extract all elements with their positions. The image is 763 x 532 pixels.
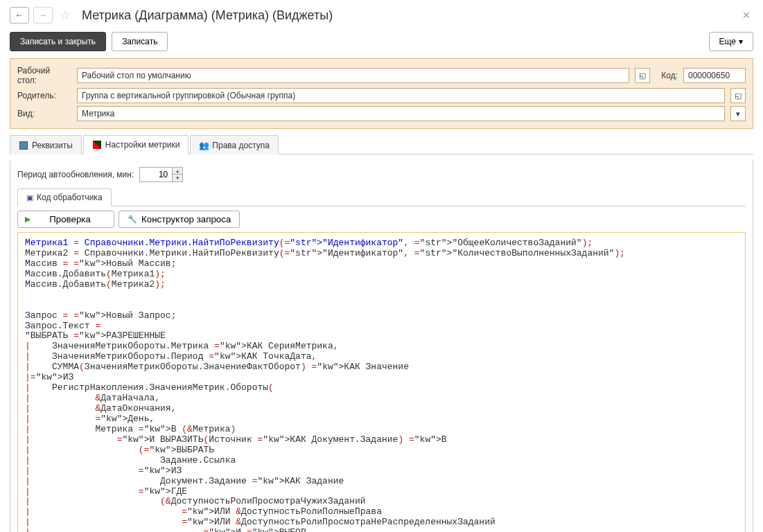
type-field[interactable]: Метрика bbox=[77, 106, 725, 121]
subtab-handler-code[interactable]: ▣ Код обработчика bbox=[17, 188, 112, 206]
chevron-down-icon: ▾ bbox=[736, 109, 740, 118]
save-button[interactable]: Записать bbox=[112, 32, 168, 51]
tab-content: Период автообновления, мин: ▲ ▼ ▣ Код об… bbox=[10, 160, 753, 532]
open-external-icon: ◱ bbox=[735, 91, 742, 100]
arrow-right-icon: → bbox=[39, 10, 47, 20]
code-field[interactable]: 000000650 bbox=[683, 68, 746, 83]
type-label: Вид: bbox=[17, 109, 71, 118]
code-editor[interactable]: Метрика1 = Справочники.Метрики.НайтиПоРе… bbox=[19, 234, 744, 532]
close-icon[interactable]: ✕ bbox=[739, 10, 753, 21]
list-icon bbox=[19, 141, 28, 150]
code-icon: ▣ bbox=[26, 193, 33, 202]
spinner-up-button[interactable]: ▲ bbox=[173, 168, 182, 175]
page-title: Метрика (Диаграмма) (Метрика) (Виджеты) bbox=[82, 8, 333, 23]
check-button[interactable]: ▶ Проверка bbox=[17, 211, 114, 228]
nav-back-button[interactable]: ← bbox=[10, 7, 29, 24]
period-spinner[interactable]: ▲ ▼ bbox=[139, 167, 183, 182]
arrow-left-icon: ← bbox=[15, 10, 24, 20]
type-value: Метрика bbox=[82, 109, 114, 118]
desktop-value: Рабочий стол по умолчанию bbox=[82, 71, 191, 80]
tab-metric-settings[interactable]: Настройки метрики bbox=[83, 135, 189, 154]
parent-field[interactable]: Группа с вертикальной группировкой (Обыч… bbox=[77, 88, 725, 103]
constructor-label: Конструктор запроса bbox=[141, 214, 231, 224]
favorite-star-icon[interactable]: ☆ bbox=[57, 8, 73, 23]
desktop-field[interactable]: Рабочий стол по умолчанию bbox=[77, 68, 629, 83]
desktop-open-button[interactable]: ◱ bbox=[635, 68, 650, 83]
form-panel: Рабочий стол: Рабочий стол по умолчанию … bbox=[10, 58, 753, 129]
check-label: Проверка bbox=[49, 214, 91, 224]
tab-label: Права доступа bbox=[212, 141, 270, 150]
open-external-icon: ◱ bbox=[639, 71, 646, 80]
parent-open-button[interactable]: ◱ bbox=[730, 88, 746, 103]
more-button[interactable]: Еще ▾ bbox=[709, 32, 753, 51]
sub-tabs: ▣ Код обработчика bbox=[17, 188, 746, 206]
desktop-label: Рабочий стол: bbox=[17, 66, 71, 85]
tab-label: Реквизиты bbox=[32, 141, 73, 150]
parent-label: Родитель: bbox=[17, 91, 71, 100]
query-constructor-button[interactable]: 🔧 Конструктор запроса bbox=[119, 211, 240, 228]
chevron-down-icon: ▾ bbox=[739, 37, 743, 46]
nav-forward-button[interactable]: → bbox=[33, 7, 53, 24]
tab-label: Настройки метрики bbox=[105, 140, 180, 150]
code-value: 000000650 bbox=[688, 71, 730, 80]
constructor-icon: 🔧 bbox=[128, 215, 137, 224]
play-icon: ▶ bbox=[25, 215, 30, 224]
save-close-button[interactable]: Записать и закрыть bbox=[10, 32, 106, 51]
type-dropdown-button[interactable]: ▾ bbox=[730, 106, 746, 121]
parent-value: Группа с вертикальной группировкой (Обыч… bbox=[82, 91, 295, 100]
more-label: Еще bbox=[719, 37, 736, 46]
period-input[interactable] bbox=[140, 168, 172, 181]
subtab-label: Код обработчика bbox=[37, 193, 103, 202]
period-label: Период автообновления, мин: bbox=[17, 170, 134, 179]
spinner-down-button[interactable]: ▼ bbox=[173, 175, 182, 181]
people-icon: 👥 bbox=[199, 141, 209, 150]
chart-icon bbox=[92, 140, 102, 150]
tab-access-rights[interactable]: 👥 Права доступа bbox=[190, 135, 279, 154]
main-tabs: Реквизиты Настройки метрики 👥 Права дост… bbox=[10, 134, 753, 154]
code-label: Код: bbox=[661, 71, 678, 80]
tab-requisites[interactable]: Реквизиты bbox=[10, 135, 82, 154]
